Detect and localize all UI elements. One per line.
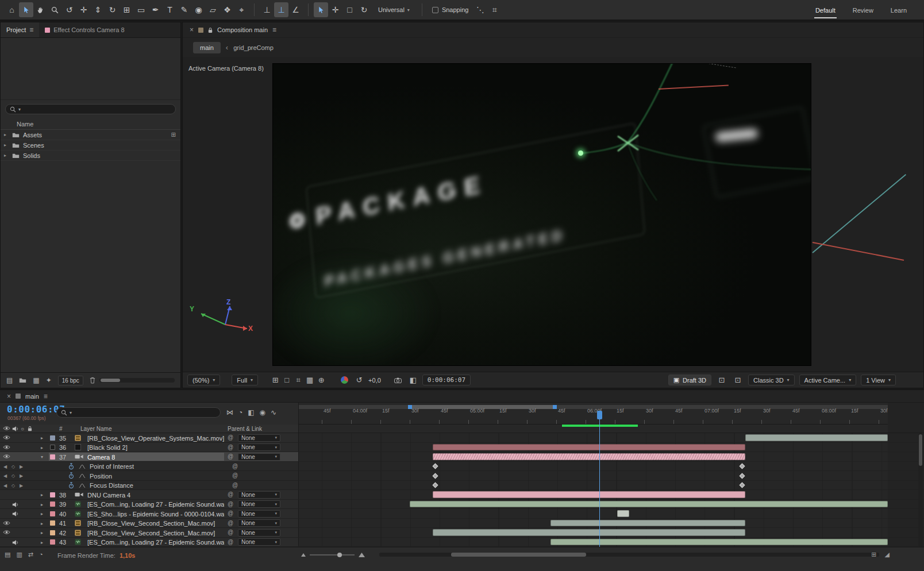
property-name[interactable]: Position (90, 473, 112, 480)
label-swatch[interactable] (50, 445, 55, 450)
hand-tool[interactable] (33, 2, 48, 17)
layer-row[interactable]: ▸42[RB_Close_View_Second_Section_Mac.mov… (0, 528, 924, 538)
project-settings-icon[interactable]: ▤ (6, 376, 13, 384)
timeline-vertical-scrollbar[interactable] (918, 433, 923, 547)
prev-keyframe-icon[interactable]: ◀ (3, 464, 7, 469)
property-name[interactable]: Focus Distance (90, 482, 133, 489)
layer-track[interactable] (299, 443, 888, 452)
keyframe-diamond[interactable] (739, 483, 745, 488)
local-axis-mode-tool[interactable]: ⊥ (260, 2, 274, 17)
stopwatch-icon[interactable] (68, 482, 74, 489)
project-search-input[interactable] (23, 106, 171, 113)
close-icon[interactable]: × (190, 26, 194, 34)
twirl-open-icon[interactable]: ▾ (41, 454, 43, 460)
selection-tool[interactable] (19, 2, 33, 17)
visibility-toggle-eye-icon[interactable] (3, 530, 10, 535)
preview-timecode[interactable]: 0:00:06:07 (422, 375, 471, 385)
pickwhip-icon[interactable]: @ (232, 463, 238, 469)
reset-exposure-icon[interactable]: ↺ (353, 375, 365, 386)
rotation-tool[interactable]: ↻ (105, 2, 120, 17)
layer-track[interactable] (299, 528, 888, 537)
view-axis-mode-tool[interactable]: ∠ (288, 2, 303, 17)
property-row[interactable]: ◀◇▶Focus Distance@ (0, 481, 924, 491)
layer-track[interactable] (299, 509, 888, 518)
parent-link-dropdown[interactable]: None▾ (238, 434, 280, 442)
workspace-learn[interactable]: Learn (890, 1, 908, 18)
mask-visibility-icon[interactable]: □ (281, 375, 292, 386)
snapping-toggle[interactable]: Snapping (432, 6, 469, 13)
parent-link-dropdown[interactable]: None▾ (238, 500, 280, 508)
add-keyframe-icon[interactable]: ◇ (11, 483, 15, 488)
layer-name[interactable]: [ES_Sho...lips - Epidemic Sound - 0000-0… (87, 511, 224, 518)
layer-name[interactable]: [RB_Close_View_Second_Section_Mac.mov] (87, 530, 215, 537)
timeline-search-input[interactable] (74, 410, 216, 416)
graph-icon[interactable] (79, 473, 86, 479)
breadcrumb-current[interactable]: main (193, 42, 221, 53)
layer-track[interactable] (299, 452, 888, 461)
transparency-grid-icon[interactable]: ▦ (304, 375, 315, 386)
timeline-horizontal-scrollbar[interactable] (379, 553, 879, 557)
project-horizontal-scrollbar[interactable] (99, 378, 175, 383)
trash-icon[interactable] (90, 377, 95, 384)
parent-link-dropdown[interactable]: None▾ (238, 538, 280, 546)
pickwhip-icon[interactable]: @ (232, 472, 238, 479)
gizmo-scale-tool[interactable]: □ (342, 2, 357, 17)
scrollbar-thumb[interactable] (101, 379, 120, 382)
keyframe-diamond[interactable] (432, 483, 438, 488)
layer-name-column-label[interactable]: Layer Name (80, 426, 111, 432)
snap-to-features-tool[interactable]: ⋱ (473, 2, 487, 17)
composition-tab-label[interactable]: Composition main (217, 26, 268, 33)
pickwhip-icon[interactable]: @ (228, 501, 233, 507)
pan-camera-tool[interactable]: ✛ (76, 2, 91, 17)
twirl-icon[interactable]: ▸ (41, 502, 43, 507)
timeline-search[interactable]: ▾ (56, 407, 221, 418)
zoom-tool[interactable] (48, 2, 62, 17)
visibility-toggle-eye-icon[interactable] (3, 520, 10, 526)
audio-toggle-speaker-icon[interactable] (12, 501, 19, 508)
add-keyframe-icon[interactable]: ◇ (11, 473, 15, 479)
layer-name[interactable]: [RB_Close_View_Second_Section_Mac.mov] (87, 520, 215, 527)
layer-duration-bar[interactable] (433, 453, 745, 460)
channels-icon[interactable] (338, 375, 350, 386)
chevron-down-icon[interactable]: ▾ (70, 410, 72, 415)
region-of-interest-icon[interactable]: ⌗ (292, 375, 304, 386)
twirl-icon[interactable]: ▸ (41, 492, 43, 497)
twirl-icon[interactable]: ▸ (41, 521, 43, 526)
keyframe-diamond[interactable] (432, 464, 438, 469)
layer-name[interactable]: [ES_Com...ing, Loading 27 - Epidemic Sou… (87, 539, 224, 546)
visibility-toggle-eye-icon[interactable] (3, 435, 10, 440)
project-item-assets[interactable]: ▸Assets⊞ (1, 130, 180, 140)
layer-row[interactable]: ▸41[RB_Close_View_Second_Section_Mac.mov… (0, 519, 924, 528)
label-swatch[interactable] (50, 520, 55, 526)
label-swatch[interactable] (50, 501, 55, 507)
visibility-toggle-eye-icon[interactable] (3, 454, 10, 459)
orbit-camera-tool[interactable]: ↺ (62, 2, 76, 17)
magnification-dropdown[interactable]: (50%) ▾ (187, 375, 220, 385)
layer-track[interactable] (299, 500, 888, 509)
expand-inout-panes-icon[interactable]: ⇄ (28, 551, 33, 558)
twirl-icon[interactable]: ▸ (4, 132, 9, 137)
dolly-camera-tool[interactable]: ⇕ (91, 2, 105, 17)
parent-link-dropdown[interactable]: None▾ (238, 443, 280, 451)
layer-duration-bar[interactable] (745, 434, 888, 441)
gizmo-rotate-tool[interactable]: ↻ (357, 2, 371, 17)
work-area-end-handle[interactable] (553, 405, 557, 409)
dual-view-icon[interactable]: ⊡ (716, 375, 727, 386)
layer-name[interactable]: [RB_Close_View_Operative_Systems_Mac.mov… (87, 435, 224, 442)
property-row[interactable]: ◀◇▶Position@ (0, 471, 924, 481)
timeline-tab-label[interactable]: main (25, 393, 39, 400)
zoom-slider-thumb[interactable] (337, 553, 342, 557)
layer-row[interactable]: ▸35[RB_Close_View_Operative_Systems_Mac.… (0, 433, 924, 443)
next-keyframe-icon[interactable]: ▶ (20, 464, 23, 469)
keyframe-diamond[interactable] (739, 464, 745, 469)
universal-dropdown[interactable]: Universal ▾ (375, 5, 413, 15)
pickwhip-icon[interactable]: @ (228, 529, 233, 535)
layer-row[interactable]: ▸36[Black Solid 2]@None▾ (0, 443, 924, 453)
expand-layer-switches-icon[interactable]: ▤ (5, 551, 10, 558)
twirl-icon[interactable]: ▸ (4, 153, 9, 158)
layer-duration-bar[interactable] (617, 510, 630, 517)
layer-row[interactable]: ▸39[ES_Com...ing, Loading 27 - Epidemic … (0, 500, 924, 510)
audio-toggle-speaker-icon[interactable] (12, 511, 19, 517)
layer-track[interactable] (299, 538, 888, 547)
prev-keyframe-icon[interactable]: ◀ (3, 483, 7, 488)
